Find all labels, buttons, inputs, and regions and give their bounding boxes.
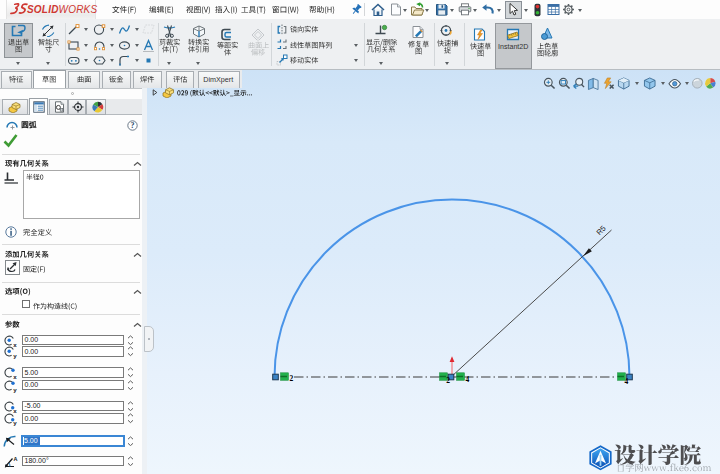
- svg-text:2: 2: [290, 374, 294, 383]
- svg-text:2: 2: [446, 376, 450, 385]
- svg-text:4: 4: [625, 377, 629, 386]
- svg-text:4: 4: [466, 375, 470, 384]
